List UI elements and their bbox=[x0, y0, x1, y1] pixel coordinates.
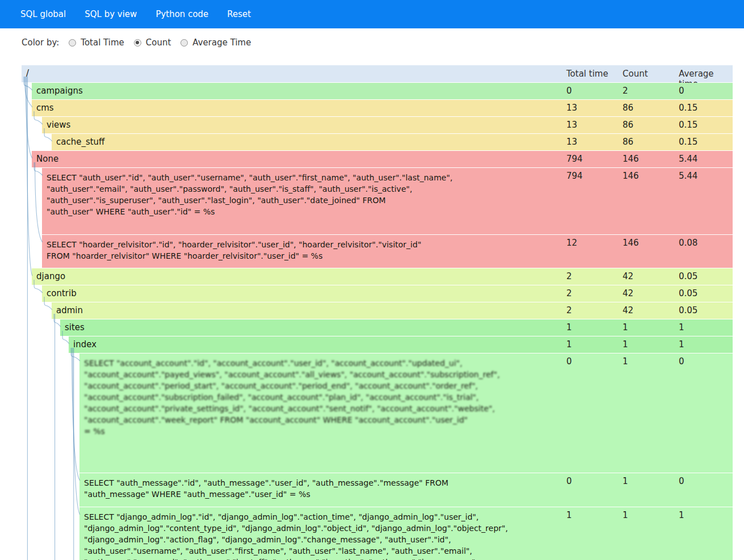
total-value: 12 bbox=[566, 238, 577, 248]
total-value: 1 bbox=[566, 322, 572, 332]
sql-query-row[interactable]: SELECT "hoarder_relvisitor"."id", "hoard… bbox=[42, 235, 733, 268]
column-header: Count bbox=[623, 69, 648, 79]
total-value: 2 bbox=[566, 271, 572, 281]
total-value: 2 bbox=[566, 288, 572, 298]
total-value: 0 bbox=[566, 356, 572, 367]
total-value: 2 bbox=[566, 305, 572, 315]
avg-value: 0.05 bbox=[679, 288, 697, 298]
avg-value: 0.15 bbox=[679, 120, 697, 130]
profiler-app: { "topbar": { "items": [ {"label": "SQL … bbox=[0, 0, 744, 560]
sql-query-row[interactable]: SELECT "auth_message"."id", "auth_messag… bbox=[79, 473, 733, 507]
sql-query-row[interactable]: SELECT "auth_user"."id", "auth_user"."us… bbox=[42, 168, 733, 234]
node-label: index bbox=[69, 336, 733, 350]
tree-node-row[interactable]: cache_stuff13860.15 bbox=[52, 134, 733, 150]
avg-value: 0.15 bbox=[679, 103, 697, 113]
total-value: 13 bbox=[566, 103, 577, 113]
column-header: Total time bbox=[566, 69, 608, 79]
sql-query-row[interactable]: SELECT "django_admin_log"."id", "django_… bbox=[79, 507, 733, 560]
profile-tree-table: /Total timeCountAverage timecampaigns020… bbox=[0, 0, 744, 560]
total-value: 794 bbox=[566, 171, 583, 181]
count-value: 146 bbox=[623, 238, 639, 248]
total-value: 13 bbox=[566, 137, 577, 147]
tree-node-row[interactable]: cms13860.15 bbox=[32, 100, 733, 116]
node-label: sites bbox=[60, 319, 733, 332]
sql-query-text: SELECT "account_account"."id", "account_… bbox=[79, 353, 733, 437]
avg-value: 5.44 bbox=[679, 171, 697, 181]
tree-node-row[interactable]: views13860.15 bbox=[42, 117, 733, 133]
tree-node-row[interactable]: django2420.05 bbox=[32, 268, 733, 285]
count-value: 1 bbox=[623, 476, 628, 486]
avg-value: 0 bbox=[679, 356, 684, 367]
total-value: 0 bbox=[566, 86, 572, 96]
tree-node-row[interactable]: campaigns020 bbox=[32, 83, 733, 99]
avg-value: 1 bbox=[679, 510, 684, 520]
count-value: 42 bbox=[623, 305, 633, 315]
tree-node-row[interactable]: admin2420.05 bbox=[52, 302, 733, 319]
count-value: 42 bbox=[623, 288, 633, 298]
count-value: 146 bbox=[623, 154, 639, 164]
total-value: 0 bbox=[566, 476, 572, 486]
sql-query-text: SELECT "auth_message"."id", "auth_messag… bbox=[79, 473, 733, 500]
count-value: 1 bbox=[623, 356, 628, 367]
count-value: 86 bbox=[623, 103, 633, 113]
avg-value: 0.08 bbox=[679, 238, 697, 248]
count-value: 1 bbox=[623, 510, 628, 520]
total-value: 1 bbox=[566, 339, 572, 350]
total-value: 13 bbox=[566, 120, 577, 130]
count-value: 1 bbox=[623, 322, 628, 332]
avg-value: 0 bbox=[679, 476, 684, 486]
tree-root-row[interactable]: /Total timeCountAverage time bbox=[22, 65, 733, 82]
sql-query-row[interactable]: SELECT "account_account"."id", "account_… bbox=[79, 353, 733, 473]
count-value: 86 bbox=[623, 137, 633, 147]
tree-node-row[interactable]: None7941465.44 bbox=[32, 151, 733, 167]
tree-node-row[interactable]: index111 bbox=[69, 336, 733, 353]
avg-value: 5.44 bbox=[679, 154, 697, 164]
count-value: 42 bbox=[623, 271, 633, 281]
tree-node-row[interactable]: contrib2420.05 bbox=[42, 285, 733, 302]
total-value: 794 bbox=[566, 154, 583, 164]
tree-node-row[interactable]: sites111 bbox=[60, 319, 733, 336]
avg-value: 1 bbox=[679, 322, 684, 332]
sql-query-text: SELECT "django_admin_log"."id", "django_… bbox=[79, 507, 733, 560]
count-value: 86 bbox=[623, 120, 633, 130]
count-value: 146 bbox=[623, 171, 639, 181]
avg-value: 0.15 bbox=[679, 137, 697, 147]
avg-value: 0 bbox=[679, 86, 684, 96]
avg-value: 1 bbox=[679, 339, 684, 350]
avg-value: 0.05 bbox=[679, 271, 697, 281]
count-value: 1 bbox=[623, 339, 628, 350]
count-value: 2 bbox=[623, 86, 628, 96]
avg-value: 0.05 bbox=[679, 305, 697, 315]
total-value: 1 bbox=[566, 510, 572, 520]
